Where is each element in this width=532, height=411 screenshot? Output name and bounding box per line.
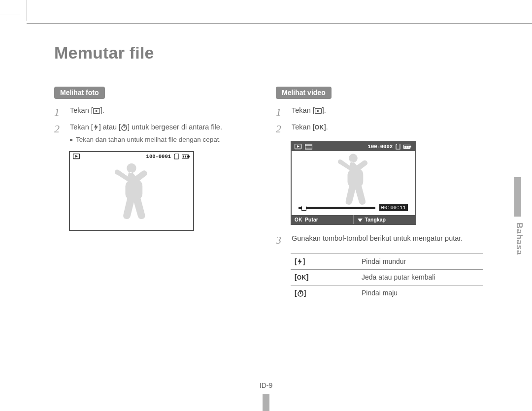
section-view-photo: Melihat foto 1 Tekan []. 2 Tekan [] atau… (54, 87, 261, 231)
sd-card-icon (396, 144, 400, 150)
elapsed-time: 00:00:11 (379, 204, 408, 211)
control-key: [] (291, 285, 358, 301)
step-1: 1 Tekan []. (276, 104, 483, 121)
side-tab-accent (514, 177, 521, 217)
battery-icon (182, 154, 190, 159)
bottom-tab-accent (263, 394, 269, 411)
battery-icon (403, 144, 412, 149)
steps-photo: 1 Tekan []. 2 Tekan [] atau [] untuk ber… (54, 104, 261, 147)
progress-knob (301, 206, 306, 211)
step-number: 2 (54, 123, 64, 144)
control-desc: Pindai maju (358, 285, 483, 301)
footer-capture: Tangkap (353, 215, 415, 224)
flash-icon (93, 124, 99, 131)
video-preview-panel: 100-0002 00:00:11 OK Putar (291, 141, 416, 225)
table-row: [] Pindai mundur (291, 254, 483, 270)
step-text: Gunakan tombol-tombol berikut untuk meng… (292, 234, 463, 246)
photo-preview-panel: 100-0001 (69, 151, 194, 231)
file-counter: 100-0002 (368, 144, 393, 150)
step-number: 1 (276, 106, 286, 118)
control-key: [OK] (291, 270, 358, 285)
timer-icon (297, 290, 304, 297)
photo-screen (70, 161, 193, 230)
timer-icon (121, 124, 128, 131)
sd-card-icon (174, 154, 179, 159)
playback-controls-table: [] Pindai mundur [OK] Jeda atau putar ke… (291, 253, 483, 301)
ok-icon: OK (297, 274, 306, 281)
video-info-bar: 100-0002 (292, 142, 415, 151)
file-counter: 100-0001 (146, 154, 171, 159)
ok-icon: OK (295, 217, 302, 222)
subject-silhouette (104, 159, 159, 228)
video-footer: OK Putar Tangkap (292, 215, 415, 224)
playback-icon (315, 108, 322, 114)
steps-video: 1 Tekan []. 2 Tekan [OK]. (276, 104, 483, 137)
footer-play-label: Putar (305, 217, 318, 222)
control-desc: Pindai mundur (358, 254, 483, 270)
playback-icon (73, 154, 80, 159)
language-label: Bahasa (514, 222, 524, 255)
step-3: 3 Gunakan tombol-tombol berikut untuk me… (276, 232, 483, 249)
step-number: 2 (276, 123, 286, 134)
step-1: 1 Tekan []. (54, 104, 261, 121)
manual-page: Memutar file Melihat foto 1 Tekan []. 2 … (0, 0, 532, 411)
page-number: ID-9 (260, 381, 272, 389)
video-progress: 00:00:11 (299, 204, 408, 211)
control-key: [] (291, 254, 358, 270)
table-row: [] Pindai maju (291, 285, 483, 301)
step-text: Tekan []. (70, 106, 104, 118)
movie-icon (305, 144, 312, 150)
step-text: Tekan [OK]. (292, 123, 328, 134)
step-number: 3 (276, 234, 286, 246)
footer-capture-label: Tangkap (365, 217, 386, 222)
step-2: 2 Tekan [] atau [] untuk bergeser di ant… (54, 121, 261, 147)
progress-track (299, 207, 375, 209)
page-title: Memutar file (54, 43, 154, 63)
footer-play: OK Putar (292, 215, 353, 224)
playback-icon (93, 108, 100, 114)
step-text: Tekan []. (292, 106, 326, 118)
step-2: 2 Tekan [OK]. (276, 121, 483, 137)
flash-icon (297, 258, 303, 265)
crop-marks (0, 0, 532, 25)
down-icon (357, 217, 363, 222)
step-note: Tekan dan tahan untuk melihat file denga… (70, 135, 222, 144)
section-heading-video: Melihat video (276, 87, 332, 99)
step-text: Tekan [] atau [] untuk bergeser di antar… (70, 123, 222, 144)
section-view-video: Melihat video 1 Tekan []. 2 Tekan [OK]. (276, 87, 483, 301)
step-number: 1 (54, 106, 64, 118)
bullet-icon (70, 139, 72, 141)
video-screen: 00:00:11 (292, 151, 415, 215)
steps-video-cont: 3 Gunakan tombol-tombol berikut untuk me… (276, 232, 483, 249)
ok-icon: OK (315, 124, 324, 131)
table-row: [OK] Jeda atau putar kembali (291, 270, 483, 285)
section-heading-photo: Melihat foto (54, 87, 105, 99)
playback-icon (295, 144, 302, 150)
control-desc: Jeda atau putar kembali (358, 270, 483, 285)
